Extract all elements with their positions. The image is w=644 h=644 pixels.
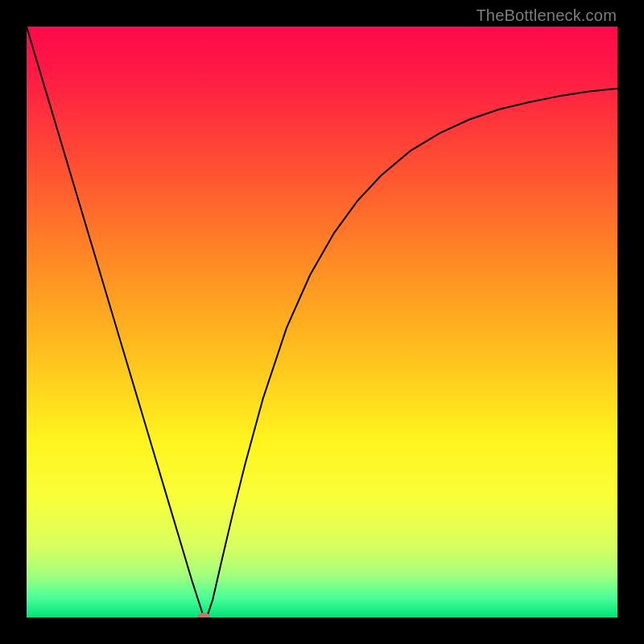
plot-area [27,27,617,617]
curve-line [27,27,617,617]
chart-frame: TheBottleneck.com [0,0,644,644]
watermark-text: TheBottleneck.com [476,6,617,25]
minimum-marker [197,613,210,617]
